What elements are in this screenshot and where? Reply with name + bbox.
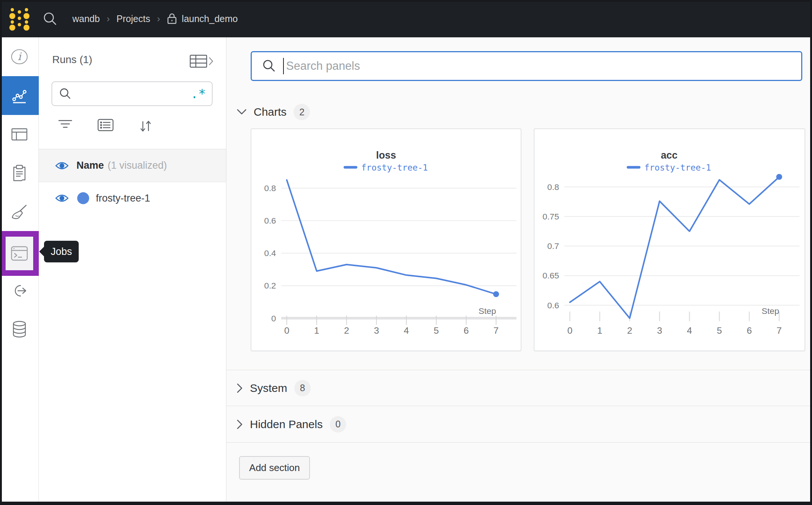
sidebar-item-workspace[interactable] <box>0 76 39 115</box>
database-icon <box>11 320 28 338</box>
add-section-button[interactable]: Add section <box>239 456 310 480</box>
runs-search-box: .* <box>51 81 213 106</box>
regex-toggle[interactable]: .* <box>191 90 206 97</box>
breadcrumb-separator: › <box>157 13 160 25</box>
breadcrumb-entity[interactable]: wandb <box>72 13 100 24</box>
section-label: System <box>250 382 287 395</box>
column-name-label: Name <box>76 160 104 171</box>
chevron-right-icon <box>237 383 243 393</box>
project-nav-sidebar: i <box>0 37 39 505</box>
filter-icon <box>58 119 72 130</box>
section-label: Charts <box>254 106 286 118</box>
broom-icon <box>10 203 28 221</box>
tooltip-label: Jobs <box>51 246 72 258</box>
svg-text:0.2: 0.2 <box>264 281 276 290</box>
run-name: frosty-tree-1 <box>96 193 150 204</box>
runs-panel: Runs (1) .* <box>39 37 226 505</box>
visualized-count-label: (1 visualized) <box>108 160 167 171</box>
section-count-badge: 2 <box>294 104 310 120</box>
svg-text:6: 6 <box>747 325 752 336</box>
top-header: wandb › Projects › launch_demo <box>0 0 812 37</box>
svg-text:5: 5 <box>717 325 722 336</box>
breadcrumb-project-name[interactable]: launch_demo <box>182 13 238 24</box>
panel-search-box <box>251 51 802 81</box>
chevron-right-icon <box>237 420 243 429</box>
search-icon <box>59 87 72 100</box>
sidebar-item-runs-table[interactable] <box>0 115 39 154</box>
svg-text:1: 1 <box>597 325 602 336</box>
svg-text:Step: Step <box>479 306 496 316</box>
run-visibility-toggle[interactable] <box>55 193 69 203</box>
svg-text:0.4: 0.4 <box>264 248 276 258</box>
sort-button[interactable] <box>138 119 153 135</box>
svg-text:2: 2 <box>627 325 632 336</box>
sidebar-item-automations[interactable] <box>0 271 39 310</box>
svg-text:0: 0 <box>567 325 573 336</box>
svg-text:3: 3 <box>657 325 662 336</box>
breadcrumb-separator: › <box>107 13 110 25</box>
table-icon <box>11 126 28 143</box>
svg-text:frosty-tree-1: frosty-tree-1 <box>644 163 711 172</box>
global-search-icon[interactable] <box>43 11 57 26</box>
run-color-dot <box>77 192 89 204</box>
panel-search-input[interactable] <box>286 59 801 73</box>
chevron-right-icon <box>209 57 213 65</box>
section-header-system[interactable]: System 8 <box>226 370 812 406</box>
svg-text:Step: Step <box>762 306 779 316</box>
app-window: wandb › Projects › launch_demo i <box>0 0 812 505</box>
visibility-all-toggle[interactable] <box>55 160 69 171</box>
svg-text:4: 4 <box>404 325 409 336</box>
line-chart-icon <box>11 87 28 104</box>
svg-text:acc: acc <box>661 150 678 161</box>
section-header-charts[interactable]: Charts 2 <box>237 104 310 120</box>
svg-text:5: 5 <box>434 325 439 336</box>
svg-text:0: 0 <box>284 325 289 336</box>
svg-text:1: 1 <box>314 325 319 336</box>
sidebar-item-jobs[interactable] <box>0 231 39 276</box>
svg-text:6: 6 <box>464 325 469 336</box>
jobs-tooltip: Jobs <box>44 241 79 262</box>
terminal-icon <box>10 245 29 262</box>
acc-line-chart: 0.60.650.70.750.801234567Stepaccfrosty-t… <box>534 129 805 350</box>
runs-search-input[interactable] <box>76 88 191 100</box>
expand-runs-table-button[interactable] <box>189 54 214 69</box>
sidebar-item-sweeps[interactable] <box>0 193 39 231</box>
sidebar-item-reports[interactable] <box>0 154 39 193</box>
svg-text:frosty-tree-1: frosty-tree-1 <box>361 163 428 172</box>
svg-text:0.6: 0.6 <box>547 300 559 310</box>
svg-text:0.8: 0.8 <box>547 182 559 192</box>
runs-toolbar <box>39 119 226 136</box>
section-count-badge: 0 <box>330 416 346 433</box>
text-caret <box>283 58 284 74</box>
list-icon <box>97 119 114 131</box>
sidebar-item-artifacts[interactable] <box>0 310 39 349</box>
svg-text:2: 2 <box>344 325 349 336</box>
svg-text:loss: loss <box>376 150 396 161</box>
svg-text:0.8: 0.8 <box>264 183 276 193</box>
svg-text:0.6: 0.6 <box>264 216 276 225</box>
search-icon <box>262 59 276 73</box>
breadcrumb-projects[interactable]: Projects <box>116 13 150 24</box>
svg-text:0.65: 0.65 <box>543 271 559 280</box>
section-divider <box>226 442 812 443</box>
run-row[interactable]: frosty-tree-1 <box>39 183 226 214</box>
wandb-logo-icon <box>9 7 30 31</box>
sort-icon <box>138 119 153 134</box>
info-icon: i <box>11 48 28 65</box>
section-count-badge: 8 <box>294 380 311 396</box>
section-header-hidden-panels[interactable]: Hidden Panels 0 <box>226 406 812 442</box>
runs-panel-title: Runs (1) <box>52 54 92 66</box>
group-button[interactable] <box>97 119 114 133</box>
sidebar-item-overview[interactable]: i <box>0 37 39 76</box>
eye-icon <box>55 193 69 203</box>
panel-loss-chart[interactable]: 00.20.40.60.801234567Steplossfrosty-tree… <box>251 128 521 351</box>
svg-text:7: 7 <box>493 325 499 336</box>
svg-text:7: 7 <box>777 325 782 336</box>
section-label: Hidden Panels <box>250 418 323 431</box>
svg-text:i: i <box>18 50 22 63</box>
lock-icon <box>167 13 177 25</box>
launch-arrow-icon <box>10 283 28 299</box>
breadcrumb: wandb › Projects › launch_demo <box>72 13 238 25</box>
filter-button[interactable] <box>58 119 72 131</box>
panel-acc-chart[interactable]: 0.60.650.70.750.801234567Stepaccfrosty-t… <box>534 128 805 351</box>
